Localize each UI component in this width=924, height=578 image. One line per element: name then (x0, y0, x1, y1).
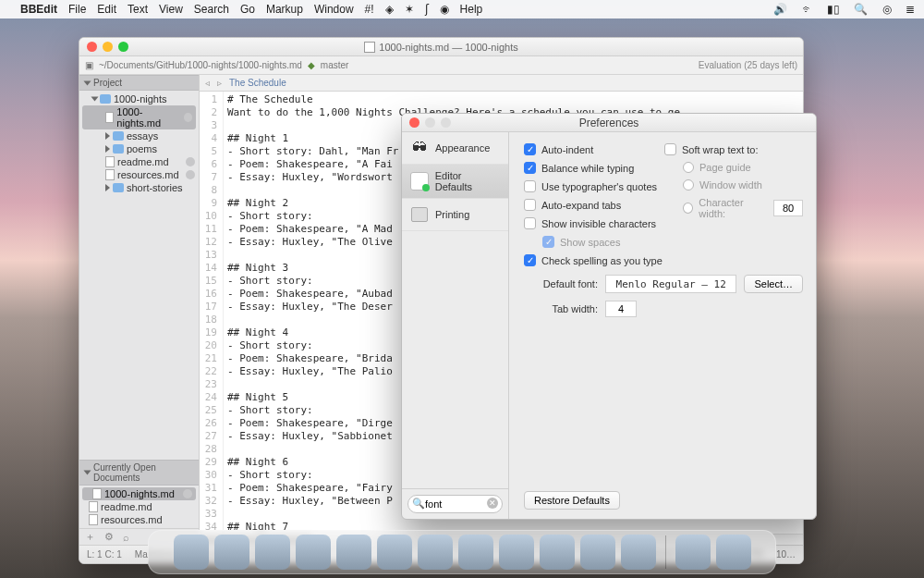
disclosure-triangle-icon[interactable] (105, 184, 110, 191)
nav-back-icon[interactable]: ◃ (205, 78, 210, 88)
default-font-label: Default font: (524, 278, 598, 289)
dock-app-icon[interactable] (296, 535, 331, 570)
menu-script-3[interactable]: ʃ (425, 3, 429, 16)
menu-script-4[interactable]: ◉ (440, 3, 449, 16)
close-file-icon[interactable] (184, 113, 192, 122)
dock-app-icon[interactable] (377, 535, 412, 570)
appearance-icon: 🕶 (409, 138, 430, 158)
cursor-position[interactable]: L: 1 C: 1 (87, 549, 122, 560)
disclosure-triangle-icon[interactable] (91, 97, 99, 102)
window-titlebar[interactable]: 1000-nights.md — 1000-nights (79, 38, 803, 56)
prefs-category-appearance[interactable]: 🕶 Appearance (402, 132, 508, 165)
gear-icon[interactable]: ⚙ (104, 531, 114, 543)
window-minimize-button (425, 117, 435, 128)
volume-icon[interactable]: 🔊 (773, 3, 787, 16)
symbol-popup[interactable]: The Schedule (229, 78, 286, 88)
character-width-input[interactable] (773, 200, 803, 216)
dock-app-icon[interactable] (540, 535, 575, 570)
close-file-icon[interactable] (186, 157, 195, 166)
nav-fwd-icon[interactable]: ▹ (217, 78, 222, 88)
open-doc-item[interactable]: readme.md (79, 500, 199, 513)
window-close-button[interactable] (409, 117, 419, 128)
window-zoom-button[interactable] (118, 42, 128, 52)
project-root[interactable]: 1000-nights (79, 92, 199, 105)
tab-width-label: Tab width: (524, 303, 598, 314)
menubar-status: 🔊 ᯤ ▮▯ 🔍 ◎ ≣ (762, 3, 915, 16)
disclosure-triangle-icon[interactable] (105, 132, 110, 140)
menu-search[interactable]: Search (194, 3, 229, 16)
disclosure-triangle-icon[interactable] (105, 145, 110, 153)
tab-width-input[interactable] (605, 301, 637, 317)
menu-window[interactable]: Window (314, 3, 354, 16)
open-doc-item[interactable]: 1000-nights.md (82, 487, 196, 500)
restore-defaults-button[interactable]: Restore Defaults (524, 491, 620, 510)
disclosure-triangle-icon[interactable] (84, 471, 91, 475)
select-font-button[interactable]: Select… (744, 275, 803, 293)
checkbox-auto-expand-tabs[interactable] (524, 199, 536, 211)
menu-go[interactable]: Go (240, 3, 255, 16)
dock-app-icon[interactable] (336, 535, 371, 570)
checkbox-soft-wrap[interactable] (664, 143, 676, 155)
prefs-category-editor-defaults[interactable]: Editor Defaults (402, 165, 508, 199)
file-tree-item[interactable]: short-stories (79, 181, 199, 194)
menu-edit[interactable]: Edit (97, 3, 116, 16)
window-zoom-button (441, 117, 451, 128)
git-branch[interactable]: master (321, 60, 349, 70)
dock-app-icon[interactable] (214, 535, 249, 570)
notifications-icon[interactable]: ≣ (906, 3, 915, 16)
window-minimize-button[interactable] (103, 42, 113, 52)
path-segment[interactable]: ~/Documents/GitHub/1000-nights/1000-nigh… (99, 60, 302, 70)
menu-view[interactable]: View (159, 3, 183, 16)
dock-app-icon[interactable] (499, 535, 534, 570)
file-tree-item[interactable]: essays (79, 129, 199, 142)
file-tree-item[interactable]: 1000-nights.md (82, 105, 196, 129)
checkbox-check-spelling[interactable]: ✓ (524, 254, 536, 266)
file-tree-item[interactable]: resources.md (79, 168, 199, 181)
disclosure-triangle-icon[interactable] (84, 80, 91, 85)
open-doc-item[interactable]: resources.md (79, 513, 199, 526)
sidebar-toggle-icon[interactable]: ▣ (85, 60, 93, 70)
wifi-icon[interactable]: ᯤ (802, 3, 813, 16)
open-docs-section-header[interactable]: Currently Open Documents (79, 460, 199, 486)
prefs-titlebar[interactable]: Preferences (402, 114, 816, 132)
close-file-icon[interactable] (186, 170, 195, 179)
battery-icon[interactable]: ▮▯ (827, 3, 840, 16)
dock-app-icon[interactable] (255, 535, 290, 570)
dock-app-icon[interactable] (418, 535, 453, 570)
checkbox-auto-indent[interactable]: ✓ (524, 143, 536, 155)
prefs-pane-editor-defaults: ✓Auto-indent ✓Balance while typing Use t… (509, 132, 816, 519)
checkbox-typographers-quotes[interactable] (524, 180, 536, 192)
menu-shebang[interactable]: #! (365, 3, 374, 16)
add-icon[interactable]: ＋ (85, 530, 95, 544)
menu-text[interactable]: Text (128, 3, 148, 16)
checkbox-show-invisibles[interactable] (524, 217, 536, 229)
project-section-header[interactable]: Project (79, 75, 199, 91)
menu-file[interactable]: File (68, 3, 86, 16)
prefs-title: Preferences (579, 117, 639, 129)
menubar: BBEdit File Edit Text View Search Go Mar… (0, 0, 924, 18)
dock-app-icon[interactable] (621, 535, 656, 570)
clear-search-icon[interactable]: ✕ (487, 498, 498, 509)
doc-stats[interactable]: 10… (776, 549, 796, 560)
siri-icon[interactable]: ◎ (882, 3, 892, 16)
function-popup-bar: ◃ ▹ The Schedule (200, 75, 803, 92)
window-close-button[interactable] (87, 42, 97, 52)
menu-markup[interactable]: Markup (266, 3, 303, 16)
dock-trash-icon[interactable] (716, 535, 751, 570)
dock-app-icon[interactable] (580, 535, 615, 570)
menu-help[interactable]: Help (460, 3, 483, 16)
dock-app-icon[interactable] (675, 535, 711, 570)
menu-script-1[interactable]: ◈ (385, 3, 394, 16)
dock-app-icon[interactable] (458, 535, 493, 570)
document-proxy-icon[interactable] (364, 42, 375, 53)
app-menu[interactable]: BBEdit (20, 3, 57, 16)
dock-app-icon[interactable] (174, 535, 209, 570)
close-file-icon[interactable] (183, 489, 192, 498)
prefs-category-printing[interactable]: Printing (402, 199, 508, 231)
menu-script-2[interactable]: ✶ (405, 3, 414, 16)
checkbox-balance[interactable]: ✓ (524, 162, 536, 174)
file-tree-item[interactable]: readme.md (79, 155, 199, 168)
spotlight-icon[interactable]: 🔍 (854, 3, 868, 16)
file-tree-item[interactable]: poems (79, 142, 199, 155)
filter-icon[interactable]: ⌕ (123, 532, 129, 543)
